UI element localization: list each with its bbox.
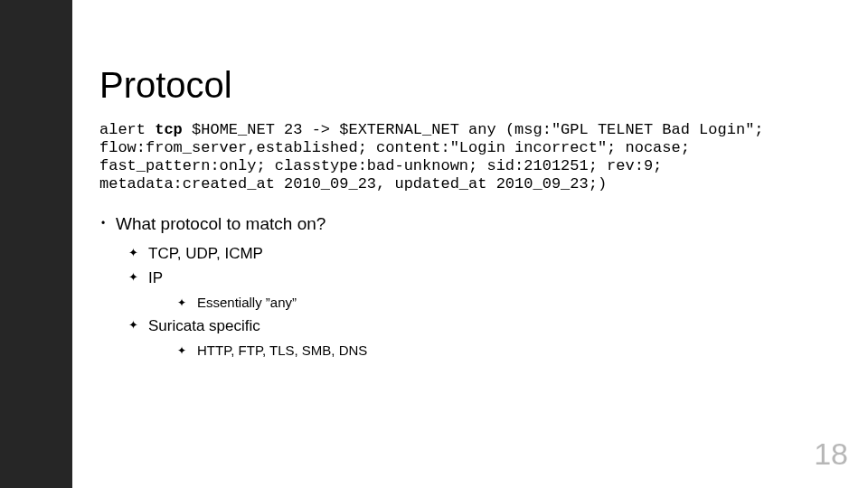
sub-text: IP bbox=[148, 269, 163, 286]
page-number: 18 bbox=[814, 436, 848, 472]
subsub-text: Essentially ”any” bbox=[197, 295, 297, 310]
subsub-list: Essentially ”any” bbox=[148, 292, 805, 314]
bullet-item: What protocol to match on? TCP, UDP, ICM… bbox=[99, 211, 805, 361]
subsub-text: HTTP, FTP, TLS, SMB, DNS bbox=[197, 343, 367, 358]
code-block: alert tcp $HOME_NET 23 -> $EXTERNAL_NET … bbox=[99, 121, 805, 193]
sub-item: Suricata specific HTTP, FTP, TLS, SMB, D… bbox=[116, 314, 805, 361]
code-text-post: $HOME_NET 23 -> $EXTERNAL_NET any (msg:"… bbox=[99, 121, 764, 192]
bullet-list: What protocol to match on? TCP, UDP, ICM… bbox=[99, 211, 805, 361]
sub-item: TCP, UDP, ICMP bbox=[116, 241, 805, 266]
sub-list: TCP, UDP, ICMP IP Essentially ”any” Suri… bbox=[116, 241, 805, 362]
subsub-item: HTTP, FTP, TLS, SMB, DNS bbox=[148, 340, 805, 361]
subsub-list: HTTP, FTP, TLS, SMB, DNS bbox=[148, 340, 805, 361]
bullet-text: What protocol to match on? bbox=[116, 214, 326, 233]
subsub-item: Essentially ”any” bbox=[148, 292, 805, 314]
code-text-bold: tcp bbox=[155, 121, 183, 138]
sub-text: TCP, UDP, ICMP bbox=[148, 245, 263, 262]
slide-content: Protocol alert tcp $HOME_NET 23 -> $EXTE… bbox=[99, 65, 805, 361]
slide-title: Protocol bbox=[99, 65, 805, 105]
sub-text: Suricata specific bbox=[148, 317, 260, 334]
code-text-pre: alert bbox=[99, 121, 155, 138]
sub-item: IP Essentially ”any” bbox=[116, 266, 805, 314]
left-sidebar bbox=[0, 0, 72, 488]
